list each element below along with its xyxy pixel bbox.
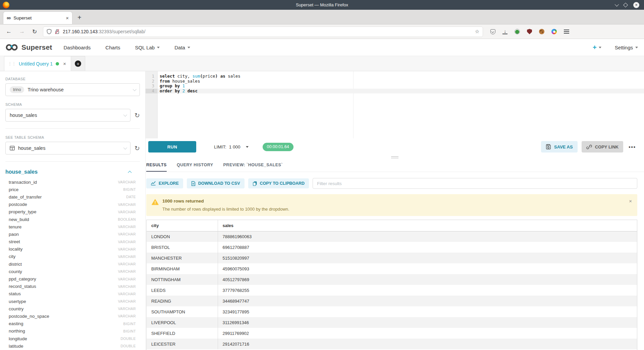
table-icon	[10, 146, 15, 150]
code-token: 1	[182, 83, 185, 88]
column-row[interactable]: longitudeDOUBLE	[5, 335, 140, 342]
containers-addon-icon[interactable]	[551, 29, 557, 34]
table-value: house_sales	[18, 145, 45, 151]
column-name: postcode_no_space	[9, 314, 49, 319]
new-tab-button[interactable]: +	[77, 14, 82, 21]
column-row[interactable]: districtVARCHAR	[5, 260, 140, 268]
code-token: house_sales	[170, 79, 200, 84]
settings-menu[interactable]: Settings	[615, 45, 638, 50]
window-close-icon[interactable]: ×	[633, 2, 639, 8]
url-field[interactable]: 217.160.120.143:32393/superset/sqllab/ ☆	[43, 27, 483, 37]
limit-dropdown[interactable]: LIMIT: 1 000	[214, 144, 249, 149]
column-type: BIGINT	[123, 329, 136, 333]
add-new-button[interactable]: +	[593, 44, 601, 51]
sql-editor[interactable]: 1234 select city, sum(price) as salesfro…	[146, 71, 644, 138]
copy-clipboard-label: COPY TO CLIPBOARD	[260, 181, 305, 186]
column-row[interactable]: new_buildBOOLEAN	[5, 216, 140, 223]
table-cell: LEEDS	[147, 285, 218, 296]
nav-items: DashboardsChartsSQL LabData	[63, 45, 190, 50]
table-row: BRISTOL69612708887	[147, 242, 637, 253]
results-tab-1[interactable]: QUERY HISTORY	[177, 163, 213, 172]
alert-close-icon[interactable]: ×	[629, 199, 632, 212]
column-row[interactable]: countryVARCHAR	[5, 305, 140, 312]
browser-tabstrip: ∞ Superset × +	[0, 10, 644, 25]
downloads-icon[interactable]: ↓	[502, 29, 507, 34]
editor-code-area[interactable]: select city, sum(price) as salesfrom hou…	[158, 71, 644, 138]
add-query-tab-button[interactable]: +	[71, 56, 85, 71]
ublock-icon[interactable]	[527, 29, 532, 34]
results-col-header[interactable]: sales	[218, 220, 637, 231]
nav-item-dashboards[interactable]: Dashboards	[63, 45, 91, 50]
privacy-addon-icon[interactable]	[515, 29, 520, 34]
column-row[interactable]: property_typeVARCHAR	[5, 208, 140, 216]
column-row[interactable]: countyVARCHAR	[5, 268, 140, 275]
menu-hamburger-icon[interactable]	[564, 31, 569, 32]
bookmark-star-icon[interactable]: ☆	[475, 29, 479, 35]
table-cell: 32349177895	[218, 306, 637, 317]
window-minimize-icon[interactable]	[615, 2, 619, 7]
column-row[interactable]: transaction_idVARCHAR	[5, 178, 140, 186]
nav-item-sql-lab[interactable]: SQL Lab	[135, 45, 160, 50]
chevron-down-icon	[123, 113, 127, 117]
column-type: DATE	[126, 195, 136, 199]
superset-brand[interactable]: Superset	[5, 43, 52, 52]
table-schema-heading[interactable]: house_sales	[5, 168, 140, 178]
column-row[interactable]: priceBIGINT	[5, 186, 140, 193]
results-col-header[interactable]: city	[147, 220, 218, 231]
nav-item-label: Dashboards	[63, 45, 91, 50]
column-row[interactable]: ppd_categoryVARCHAR	[5, 275, 140, 282]
save-as-button[interactable]: SAVE AS	[541, 141, 578, 152]
database-select[interactable]: trino Trino warehouse	[5, 83, 140, 96]
column-row[interactable]: cityVARCHAR	[5, 253, 140, 260]
column-row[interactable]: record_statusVARCHAR	[5, 283, 140, 290]
column-row[interactable]: postcode_no_spaceVARCHAR	[5, 312, 140, 320]
reload-button[interactable]: ↻	[32, 28, 37, 35]
file-icon	[191, 181, 196, 186]
back-button[interactable]: ←	[6, 28, 12, 35]
results-tab-2[interactable]: PREVIEW: `HOUSE_SALES`	[223, 163, 283, 172]
chevron-down-icon	[187, 47, 190, 48]
column-row[interactable]: localityVARCHAR	[5, 246, 140, 253]
query-tab[interactable]: ⋮⋮ Untitled Query 1 ×	[4, 56, 71, 71]
explore-button[interactable]: EXPLORE	[146, 178, 183, 188]
column-row[interactable]: postcodeVARCHAR	[5, 201, 140, 208]
column-row[interactable]: usertypeVARCHAR	[5, 298, 140, 305]
column-row[interactable]: streetVARCHAR	[5, 238, 140, 246]
column-row[interactable]: tenureVARCHAR	[5, 223, 140, 230]
schema-value: house_sales	[10, 113, 37, 118]
nav-item-data[interactable]: Data	[174, 45, 190, 50]
query-tab-row: ⋮⋮ Untitled Query 1 × +	[0, 56, 644, 71]
filter-results-input[interactable]	[313, 178, 637, 189]
column-row[interactable]: latitudeDOUBLE	[5, 342, 140, 350]
table-columns-list: transaction_idVARCHARpriceBIGINTdate_of_…	[5, 178, 140, 350]
clipboard-icon	[253, 181, 257, 186]
forward-button[interactable]: →	[19, 28, 25, 35]
table-cell: 69612708887	[218, 242, 637, 253]
refresh-table-icon[interactable]: ↻	[135, 145, 140, 151]
chevron-down-icon	[133, 87, 137, 91]
drag-handle-icon[interactable]: ⋮⋮	[8, 61, 16, 66]
cookie-addon-icon[interactable]	[539, 29, 544, 34]
copy-clipboard-button[interactable]: COPY TO CLIPBOARD	[248, 178, 309, 188]
tab-close-icon[interactable]: ×	[66, 15, 69, 21]
query-tab-close-icon[interactable]: ×	[63, 61, 66, 67]
window-maximize-icon[interactable]	[623, 2, 628, 7]
browser-tab[interactable]: ∞ Superset ×	[3, 12, 72, 24]
editor-toolbar: RUN LIMIT: 1 000 00:00:01.64 SAVE AS	[146, 138, 644, 155]
nav-item-charts[interactable]: Charts	[105, 45, 120, 50]
column-row[interactable]: date_of_transferDATE	[5, 193, 140, 201]
table-select[interactable]: house_sales	[5, 142, 130, 155]
pocket-icon[interactable]	[490, 29, 495, 34]
download-csv-button[interactable]: DOWNLOAD TO CSV	[187, 178, 245, 188]
copy-link-button[interactable]: COPY LINK	[582, 141, 624, 152]
pane-resize-handle[interactable]	[146, 155, 644, 160]
column-row[interactable]: northingBIGINT	[5, 327, 140, 335]
schema-select[interactable]: house_sales	[5, 109, 130, 122]
run-button[interactable]: RUN	[148, 141, 196, 152]
column-row[interactable]: statusVARCHAR	[5, 290, 140, 298]
column-row[interactable]: eastingBIGINT	[5, 320, 140, 327]
refresh-schema-icon[interactable]: ↻	[135, 112, 140, 119]
results-tab-0[interactable]: RESULTS	[146, 163, 167, 172]
more-options-button[interactable]: •••	[627, 144, 637, 150]
column-row[interactable]: paonVARCHAR	[5, 230, 140, 238]
